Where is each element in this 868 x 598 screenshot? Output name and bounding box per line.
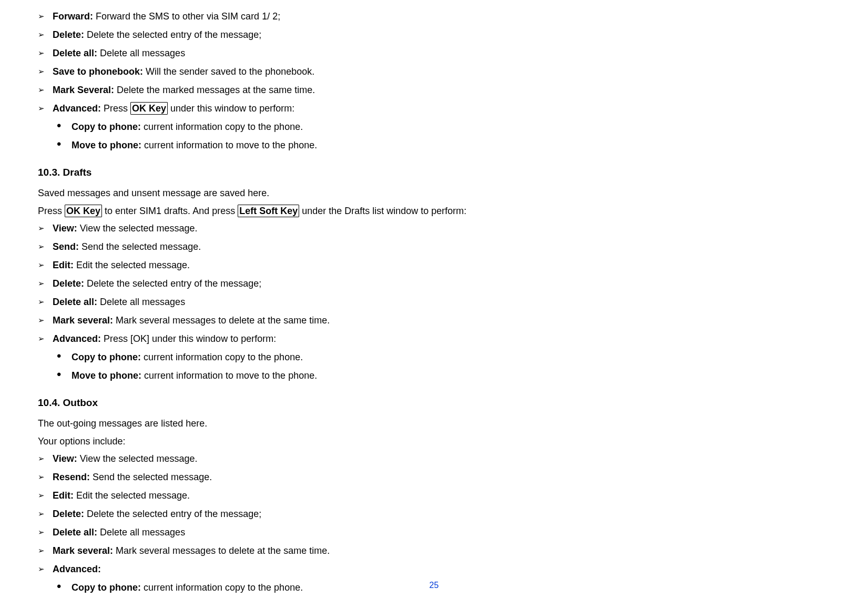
item-edit: ➢Edit: Edit the selected message. bbox=[38, 258, 830, 272]
item-delete-all: ➢Delete all: Delete all messages bbox=[38, 46, 830, 60]
bullet-icon: • bbox=[57, 120, 72, 131]
item-mark-several: ➢Mark several: Mark several messages to … bbox=[38, 313, 830, 327]
subitem-copy: •Copy to phone: current information copy… bbox=[57, 120, 830, 134]
item-view: ➢View: View the selected message. bbox=[38, 221, 830, 235]
arrow-icon: ➢ bbox=[38, 221, 53, 235]
para: Press OK Key to enter SIM1 drafts. And p… bbox=[38, 204, 830, 218]
subitem-move: •Move to phone: current information to m… bbox=[57, 138, 830, 152]
item-delete-all: ➢Delete all: Delete all messages bbox=[38, 295, 830, 309]
para: The out-going messages are listed here. bbox=[38, 416, 830, 431]
text: Delete: Delete the selected entry of the… bbox=[53, 507, 261, 521]
arrow-icon: ➢ bbox=[38, 332, 53, 346]
text: Delete all: Delete all messages bbox=[53, 295, 185, 309]
item-forward: ➢Forward: Forward the SMS to other via S… bbox=[38, 9, 830, 23]
text: Delete all: Delete all messages bbox=[53, 525, 185, 539]
arrow-icon: ➢ bbox=[38, 313, 53, 327]
bullet-icon: • bbox=[57, 138, 72, 150]
item-delete: ➢Delete: Delete the selected entry of th… bbox=[38, 277, 830, 290]
heading-outbox: 10.4. Outbox bbox=[38, 397, 830, 409]
item-advanced: ➢Advanced: bbox=[38, 562, 830, 576]
arrow-icon: ➢ bbox=[38, 83, 53, 97]
arrow-icon: ➢ bbox=[38, 452, 53, 465]
text: Mark several: Mark several messages to d… bbox=[53, 544, 330, 558]
arrow-icon: ➢ bbox=[38, 9, 53, 23]
arrow-icon: ➢ bbox=[38, 544, 53, 558]
text: Advanced: Press [OK] under this window t… bbox=[53, 332, 276, 346]
text: Resend: Send the selected message. bbox=[53, 470, 212, 484]
item-edit: ➢Edit: Edit the selected message. bbox=[38, 489, 830, 502]
text: Copy to phone: current information copy … bbox=[72, 120, 303, 134]
text: Mark Several: Delete the marked messages… bbox=[53, 83, 315, 97]
arrow-icon: ➢ bbox=[38, 507, 53, 521]
item-delete: ➢Delete: Delete the selected entry of th… bbox=[38, 507, 830, 521]
item-view: ➢View: View the selected message. bbox=[38, 452, 830, 465]
text: Move to phone: current information to mo… bbox=[72, 369, 317, 382]
text: Save to phonebook: Will the sender saved… bbox=[53, 65, 314, 78]
item-resend: ➢Resend: Send the selected message. bbox=[38, 470, 830, 484]
arrow-icon: ➢ bbox=[38, 102, 53, 115]
item-send: ➢Send: Send the selected message. bbox=[38, 240, 830, 254]
text: Move to phone: current information to mo… bbox=[72, 138, 317, 152]
heading-drafts: 10.3. Drafts bbox=[38, 167, 830, 178]
text: Mark several: Mark several messages to d… bbox=[53, 313, 330, 327]
item-advanced: ➢Advanced: Press OK Key under this windo… bbox=[38, 102, 830, 115]
item-delete-all: ➢Delete all: Delete all messages bbox=[38, 525, 830, 539]
arrow-icon: ➢ bbox=[38, 46, 53, 60]
bullet-icon: • bbox=[57, 369, 72, 380]
arrow-icon: ➢ bbox=[38, 470, 53, 484]
text: Delete: Delete the selected entry of the… bbox=[53, 28, 261, 42]
arrow-icon: ➢ bbox=[38, 28, 53, 42]
text: Edit: Edit the selected message. bbox=[53, 489, 190, 502]
text: Advanced: bbox=[53, 562, 101, 576]
arrow-icon: ➢ bbox=[38, 525, 53, 539]
item-delete: ➢Delete: Delete the selected entry of th… bbox=[38, 28, 830, 42]
arrow-icon: ➢ bbox=[38, 277, 53, 290]
arrow-icon: ➢ bbox=[38, 65, 53, 78]
arrow-icon: ➢ bbox=[38, 489, 53, 502]
item-advanced: ➢Advanced: Press [OK] under this window … bbox=[38, 332, 830, 346]
key-label: OK Key bbox=[130, 102, 168, 115]
text: Edit: Edit the selected message. bbox=[53, 258, 190, 272]
para: Saved messages and unsent message are sa… bbox=[38, 186, 830, 200]
page-number: 25 bbox=[0, 581, 868, 590]
bullet-icon: • bbox=[57, 350, 72, 362]
text: Forward: Forward the SMS to other via SI… bbox=[53, 9, 280, 23]
page-content: ➢Forward: Forward the SMS to other via S… bbox=[0, 0, 868, 594]
text: Delete: Delete the selected entry of the… bbox=[53, 277, 261, 290]
subitem-copy: •Copy to phone: current information copy… bbox=[57, 350, 830, 364]
para: Your options include: bbox=[38, 434, 830, 449]
text: Advanced: Press OK Key under this window… bbox=[53, 102, 294, 115]
key-label: OK Key bbox=[65, 205, 102, 217]
key-label: Left Soft Key bbox=[238, 205, 299, 217]
arrow-icon: ➢ bbox=[38, 295, 53, 309]
subitem-move: •Move to phone: current information to m… bbox=[57, 369, 830, 382]
text: Send: Send the selected message. bbox=[53, 240, 201, 254]
text: Delete all: Delete all messages bbox=[53, 46, 185, 60]
arrow-icon: ➢ bbox=[38, 562, 53, 576]
item-mark-several: ➢Mark several: Mark several messages to … bbox=[38, 544, 830, 558]
item-save-phonebook: ➢Save to phonebook: Will the sender save… bbox=[38, 65, 830, 78]
arrow-icon: ➢ bbox=[38, 240, 53, 254]
arrow-icon: ➢ bbox=[38, 258, 53, 272]
text: View: View the selected message. bbox=[53, 221, 197, 235]
text: View: View the selected message. bbox=[53, 452, 197, 465]
item-mark-several: ➢Mark Several: Delete the marked message… bbox=[38, 83, 830, 97]
text: Copy to phone: current information copy … bbox=[72, 350, 303, 364]
